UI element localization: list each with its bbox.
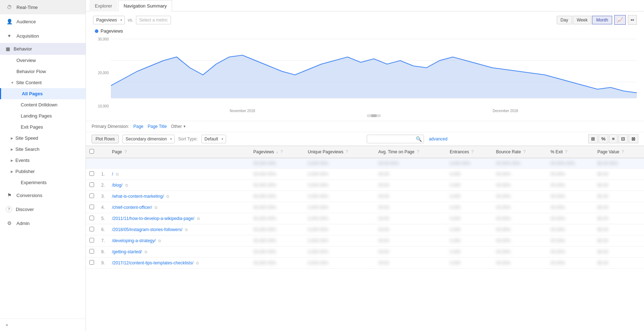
copy-icon[interactable]: ⧉ — [125, 183, 128, 187]
row-checkbox-cell[interactable] — [86, 224, 98, 235]
line-chart-button[interactable]: 📈 — [614, 15, 626, 25]
sidebar-item-overview[interactable]: Overview — [0, 55, 86, 66]
page-link[interactable]: /2018/05/instagram-stories-followers/ — [112, 227, 182, 232]
sidebar-item-conversions[interactable]: ⚑ Conversions — [0, 188, 86, 202]
page-link[interactable]: / — [112, 172, 113, 177]
copy-icon[interactable]: ⧉ — [158, 239, 161, 243]
page-link[interactable]: /getting-started/ — [112, 249, 142, 254]
row-checkbox-cell[interactable] — [86, 191, 98, 202]
row-checkbox-cell[interactable] — [86, 258, 98, 269]
sidebar-item-experiments-label: Experiments — [21, 180, 47, 185]
tab-navigation-summary[interactable]: Navigation Summary — [118, 0, 172, 11]
sidebar-item-all-pages[interactable]: All Pages — [0, 88, 86, 99]
copy-icon[interactable]: ⧉ — [145, 250, 147, 254]
copy-icon[interactable]: ⧉ — [185, 227, 188, 232]
select-all-checkbox[interactable] — [89, 149, 94, 154]
row-checkbox[interactable] — [89, 249, 94, 254]
row-entrances-cell: 0,000 — [446, 191, 493, 202]
row-checkbox[interactable] — [89, 260, 94, 265]
metric-select[interactable]: Pageviews — [93, 16, 125, 24]
copy-icon[interactable]: ⧉ — [196, 261, 199, 265]
row-bounce-rate-cell: 00.00% — [492, 169, 547, 180]
plot-rows-button[interactable]: Plot Rows — [92, 135, 119, 143]
row-checkbox[interactable] — [89, 171, 94, 176]
entrances-help-icon[interactable]: ? — [471, 149, 474, 154]
metric-select-wrapper[interactable]: Pageviews — [93, 16, 125, 24]
pct-exit-help-icon[interactable]: ? — [565, 149, 567, 154]
sidebar-item-content-drilldown[interactable]: Content Drilldown — [0, 99, 86, 110]
month-button[interactable]: Month — [592, 16, 612, 24]
copy-icon[interactable]: ⧉ — [155, 205, 157, 210]
secondary-dimension-wrapper[interactable]: Secondary dimension — [122, 135, 175, 143]
page-value-help-icon[interactable]: ? — [621, 149, 624, 154]
row-checkbox-cell[interactable] — [86, 169, 98, 180]
row-checkbox[interactable] — [89, 216, 94, 220]
grid-view-button[interactable]: ⊞ — [588, 134, 598, 143]
row-checkbox-cell[interactable] — [86, 246, 98, 258]
list-view-button[interactable]: ≡ — [609, 134, 618, 143]
row-checkbox[interactable] — [89, 238, 94, 243]
page-link[interactable]: /blog/ — [112, 183, 122, 188]
page-link[interactable]: /what-is-content-marketing/ — [112, 194, 164, 199]
row-checkbox[interactable] — [89, 193, 94, 198]
select-all-header[interactable] — [86, 146, 98, 158]
row-pct-exit-cell: 00.00% — [547, 202, 594, 213]
page-link[interactable]: /2011/11/how-to-develop-a-wikipedia-page… — [112, 216, 194, 221]
page-link[interactable]: /developing-a-strategy/ — [112, 238, 156, 243]
sidebar-item-acquisition[interactable]: ✦ Acquisition — [0, 29, 86, 43]
row-checkbox[interactable] — [89, 205, 94, 209]
search-input[interactable] — [367, 135, 424, 143]
advanced-link[interactable]: advanced — [429, 136, 448, 141]
sort-type-select[interactable]: Default — [201, 135, 226, 143]
tab-bar: Explorer Navigation Summary — [86, 0, 644, 11]
sidebar-item-behavior-flow[interactable]: Behavior Flow — [0, 66, 86, 77]
sidebar-item-realtime[interactable]: ⏱ Real-Time — [0, 0, 86, 14]
pivot-view-button[interactable]: ⊠ — [629, 134, 638, 143]
row-avg-time-cell: 00:00 — [375, 246, 446, 258]
row-checkbox[interactable] — [89, 182, 94, 187]
secondary-dimension-select[interactable]: Secondary dimension — [122, 135, 175, 143]
copy-icon[interactable]: ⧉ — [116, 172, 119, 176]
row-checkbox-cell[interactable] — [86, 235, 98, 246]
copy-icon[interactable]: ⧉ — [197, 216, 200, 221]
sort-type-wrapper[interactable]: Default — [201, 135, 226, 143]
page-help-icon[interactable]: ? — [124, 149, 127, 154]
sidebar-item-exit-pages[interactable]: Exit Pages — [0, 121, 86, 133]
sidebar-item-events[interactable]: ▶ Events — [0, 155, 86, 166]
row-checkbox-cell[interactable] — [86, 202, 98, 213]
row-checkbox-cell[interactable] — [86, 213, 98, 224]
page-link[interactable]: /chief-content-officer/ — [112, 205, 152, 210]
sidebar-item-audience[interactable]: 👤 Audience — [0, 14, 86, 29]
sidebar-item-experiments[interactable]: Experiments — [0, 177, 86, 188]
compare-view-button[interactable]: ⊟ — [618, 134, 628, 143]
dimension-page-title-link[interactable]: Page Title — [148, 124, 167, 129]
tab-explorer[interactable]: Explorer — [89, 0, 117, 11]
sidebar-item-site-content[interactable]: ▼ Site Content — [0, 77, 86, 88]
unique-pv-help-icon[interactable]: ? — [346, 149, 348, 154]
collapse-sidebar-button[interactable]: « — [0, 318, 86, 331]
pageviews-help-icon[interactable]: ? — [280, 149, 283, 154]
search-button[interactable]: 🔍 — [416, 136, 422, 142]
dimension-other-button[interactable]: Other ▼ — [171, 124, 186, 129]
bar-chart-button[interactable]: ▪▪ — [628, 15, 637, 25]
sidebar-item-discover[interactable]: ? Discover — [0, 202, 86, 216]
pageviews-column-header[interactable]: Pageviews ↓ ? — [250, 146, 304, 158]
day-button[interactable]: Day — [557, 16, 572, 24]
percent-view-button[interactable]: % — [599, 134, 609, 143]
sidebar-item-site-search[interactable]: ▶ Site Search — [0, 144, 86, 155]
sidebar-item-behavior[interactable]: ▦ Behavior — [0, 43, 86, 55]
copy-icon[interactable]: ⧉ — [166, 194, 169, 198]
sidebar-item-landing-pages[interactable]: Landing Pages — [0, 110, 86, 121]
sidebar-item-publisher[interactable]: ▶ Publisher — [0, 166, 86, 177]
sidebar-item-admin[interactable]: ⚙ Admin — [0, 216, 86, 230]
select-metric-button[interactable]: Select a metric — [136, 16, 171, 24]
row-checkbox[interactable] — [89, 227, 94, 231]
week-button[interactable]: Week — [573, 16, 591, 24]
dimension-page-link[interactable]: Page — [133, 124, 143, 129]
sidebar-item-site-speed[interactable]: ▶ Site Speed — [0, 133, 86, 144]
row-unique-pv-cell: 0,000 00% — [304, 235, 375, 246]
bounce-rate-help-icon[interactable]: ? — [523, 149, 526, 154]
page-link[interactable]: /2017/12/content-tips-templates-checklis… — [112, 260, 193, 265]
avg-time-help-icon[interactable]: ? — [417, 149, 419, 154]
row-checkbox-cell[interactable] — [86, 180, 98, 191]
